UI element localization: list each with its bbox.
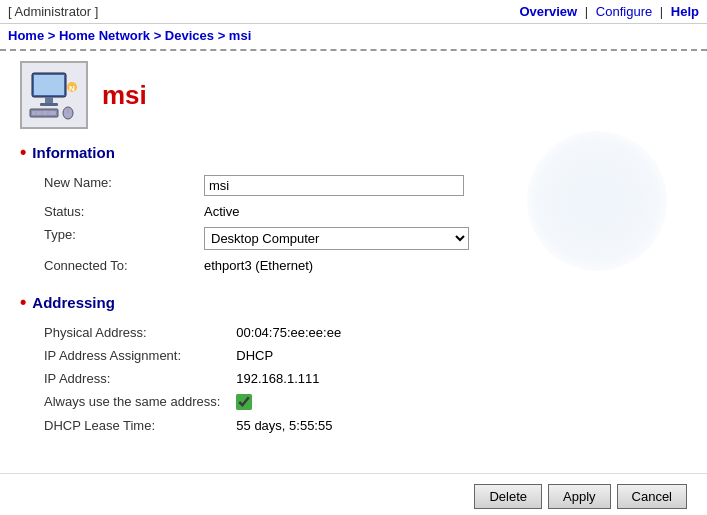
status-label: Status: [36,200,196,223]
main-content: N msi • Information New Name: Status: Ac… [0,51,707,463]
new-name-row: New Name: [36,171,703,200]
ip-address-label: IP Address: [36,367,228,390]
svg-rect-1 [34,75,64,95]
status-row: Status: Active [36,200,703,223]
device-title: msi [102,80,147,111]
ip-assignment-row: IP Address Assignment: DHCP [36,344,703,367]
cancel-button[interactable]: Cancel [617,484,687,509]
type-select[interactable]: Desktop Computer Laptop Computer Server … [204,227,469,250]
svg-rect-5 [32,111,56,115]
breadcrumb-home[interactable]: Home [8,28,44,43]
ip-assignment-label: IP Address Assignment: [36,344,228,367]
addr-title-text: Addressing [32,294,115,311]
device-header: N msi [20,61,687,129]
information-table: New Name: Status: Active Type: Desktop C… [36,171,703,277]
information-section-title: • Information [20,143,687,161]
always-same-row: Always use the same address: [36,390,703,414]
addressing-table: Physical Address: 00:04:75:ee:ee:ee IP A… [36,321,703,437]
bc-sep2: > [154,28,165,43]
svg-text:N: N [69,84,75,93]
device-icon-box: N [20,61,88,129]
svg-rect-2 [45,97,53,103]
top-nav-bar: [ Administrator ] Overview | Configure |… [0,0,707,24]
help-link[interactable]: Help [671,4,699,19]
physical-address-value: 00:04:75:ee:ee:ee [228,321,703,344]
info-title-text: Information [32,144,115,161]
physical-address-label: Physical Address: [36,321,228,344]
apply-button[interactable]: Apply [548,484,611,509]
delete-button[interactable]: Delete [474,484,542,509]
breadcrumb: Home > Home Network > Devices > msi [0,24,707,51]
connected-to-label: Connected To: [36,254,196,277]
breadcrumb-current: msi [229,28,251,43]
info-bullet: • [20,143,26,161]
admin-text: [ Administrator ] [8,4,98,19]
information-section: • Information New Name: Status: Active T… [20,143,687,277]
new-name-value-cell [196,171,703,200]
dhcp-lease-row: DHCP Lease Time: 55 days, 5:55:55 [36,414,703,437]
addr-bullet: • [20,293,26,311]
svg-rect-3 [40,103,58,106]
configure-link[interactable]: Configure [596,4,652,19]
separator1: | [585,4,592,19]
type-row: Type: Desktop Computer Laptop Computer S… [36,223,703,254]
addressing-section-title: • Addressing [20,293,687,311]
dhcp-lease-value: 55 days, 5:55:55 [228,414,703,437]
button-bar: Delete Apply Cancel [0,473,707,515]
type-value-cell: Desktop Computer Laptop Computer Server … [196,223,703,254]
type-label: Type: [36,223,196,254]
overview-link[interactable]: Overview [519,4,577,19]
ip-address-row: IP Address: 192.168.1.111 [36,367,703,390]
bc-sep3: > [218,28,229,43]
always-same-checkbox[interactable] [236,394,252,410]
separator2: | [660,4,667,19]
breadcrumb-home-network[interactable]: Home Network [59,28,150,43]
dhcp-lease-label: DHCP Lease Time: [36,414,228,437]
connected-to-row: Connected To: ethport3 (Ethernet) [36,254,703,277]
new-name-input[interactable] [204,175,464,196]
status-value: Active [196,200,703,223]
always-same-checkbox-cell [228,390,703,414]
always-same-checkbox-wrapper [236,394,695,410]
connected-to-value: ethport3 (Ethernet) [196,254,703,277]
addressing-section: • Addressing Physical Address: 00:04:75:… [20,293,687,437]
breadcrumb-devices[interactable]: Devices [165,28,214,43]
physical-address-row: Physical Address: 00:04:75:ee:ee:ee [36,321,703,344]
bc-sep1: > [48,28,59,43]
ip-assignment-value: DHCP [228,344,703,367]
always-same-label: Always use the same address: [36,390,228,414]
top-nav-links: Overview | Configure | Help [519,4,699,19]
computer-icon: N [28,69,80,121]
new-name-label: New Name: [36,171,196,200]
ip-address-value: 192.168.1.111 [228,367,703,390]
admin-label: [ Administrator ] [8,4,98,19]
